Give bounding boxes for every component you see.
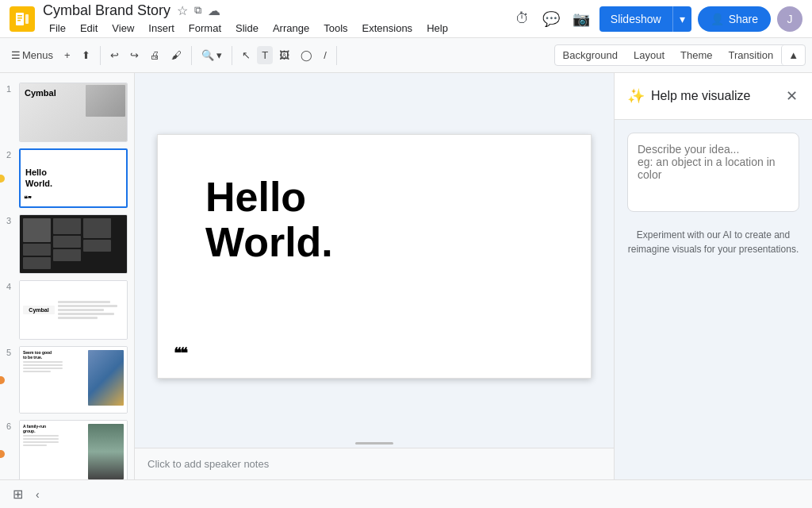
slide3-block8 (83, 240, 111, 252)
slide4-logo: Cymbal (23, 306, 55, 314)
menu-slide[interactable]: Slide (229, 21, 265, 36)
slide4-text-lines (58, 301, 124, 319)
menu-extensions[interactable]: Extensions (356, 21, 419, 36)
slideshow-dropdown-icon[interactable]: ▾ (672, 6, 691, 32)
slide-img-6[interactable]: A family-rungroup. (19, 420, 128, 479)
collapse-toolbar-button[interactable]: ▲ (781, 45, 805, 65)
divider-2 (191, 46, 192, 65)
slide3-block6 (53, 249, 81, 261)
star-icon[interactable]: ☆ (177, 3, 188, 18)
visualize-input[interactable] (627, 133, 799, 212)
slide4-line1 (58, 301, 110, 303)
redo-button[interactable]: ↪ (125, 46, 144, 64)
history-detail-icon[interactable]: ⧉ (194, 4, 201, 17)
slide5-text: Seem too goodto be true. (23, 350, 86, 372)
slide-canvas[interactable]: Hello World. ❝❝ (157, 134, 592, 379)
slide-thumb-3[interactable]: 3 (0, 211, 134, 277)
slide6-line3 (23, 441, 59, 443)
hello-world-heading: Hello World. (205, 175, 333, 265)
notes-placeholder[interactable]: Click to add speaker notes (147, 458, 269, 470)
notes-bar[interactable]: Click to add speaker notes (135, 448, 614, 479)
share-button[interactable]: 👤 Share (698, 6, 771, 32)
slide6-text: A family-rungroup. (23, 424, 86, 446)
slide-img-3[interactable] (19, 214, 128, 274)
svg-rect-4 (17, 20, 21, 21)
menu-edit[interactable]: Edit (74, 21, 104, 36)
divider-1 (100, 46, 101, 65)
menu-format[interactable]: Format (182, 21, 228, 36)
title-actions: ⏱ 💬 📷 Slideshow ▾ 👤 Share J (512, 6, 802, 32)
avatar[interactable]: J (777, 6, 802, 32)
slide-thumb-2[interactable]: 2 HelloWorld. ❝❞ (0, 145, 134, 211)
slide6-line4 (23, 444, 47, 446)
slideshow-button[interactable]: Slideshow ▾ (599, 6, 691, 32)
menu-bar: File Edit View Insert Format Slide Arran… (43, 21, 512, 36)
slide6-content: A family-rungroup. (20, 421, 127, 479)
slide4-content: Cymbal (20, 281, 127, 339)
comments-button[interactable]: 💬 (539, 7, 563, 31)
slide-thumb-4[interactable]: 4 Cymbal (0, 277, 134, 343)
text-box-tool[interactable]: T (257, 46, 273, 64)
menu-view[interactable]: View (105, 21, 140, 36)
slide-img-1[interactable]: Cymbal (19, 83, 128, 142)
menu-file[interactable]: File (43, 21, 72, 36)
svg-rect-2 (17, 15, 22, 17)
close-panel-button[interactable]: ✕ (784, 86, 799, 106)
transition-button[interactable]: Transition (721, 45, 782, 65)
slide-img-5[interactable]: Seem too goodto be true. (19, 346, 128, 414)
background-button[interactable]: Background (555, 45, 626, 65)
menu-insert[interactable]: Insert (142, 21, 181, 36)
cloud-icon[interactable]: ☁ (208, 3, 220, 18)
slide3-block4 (53, 218, 81, 234)
menu-help[interactable]: Help (420, 21, 454, 36)
meet-button[interactable]: 📷 (569, 7, 593, 31)
cymbal-quote-icon: ❝❝ (174, 344, 186, 362)
slide-tools: Background Layout Theme Transition ▲ (554, 44, 806, 66)
divider-3 (232, 46, 232, 65)
slide6-title: A family-rungroup. (23, 424, 86, 433)
slide5-image (88, 350, 124, 406)
cursor-tool[interactable]: ↖ (237, 46, 255, 64)
undo-button[interactable]: ↩ (105, 46, 124, 64)
share-label: Share (729, 13, 758, 25)
slide-num-5: 5 (6, 348, 19, 357)
canvas-scroll[interactable]: Hello World. ❝❝ (135, 73, 614, 439)
panel-hint: Experiment with our AI to create and rei… (627, 228, 799, 256)
title-bar: Cymbal Brand Story ☆ ⧉ ☁ File Edit View … (0, 0, 812, 38)
doc-title[interactable]: Cymbal Brand Story (43, 2, 170, 19)
slide-num-4: 4 (6, 282, 19, 291)
collapse-panel-button[interactable]: ‹ (33, 485, 43, 504)
slide-thumb-1[interactable]: 1 Cymbal (0, 79, 134, 145)
slide-img-2[interactable]: HelloWorld. ❝❞ (19, 148, 128, 208)
theme-button[interactable]: Theme (672, 45, 720, 65)
slide-num-2: 2 (6, 150, 19, 160)
panel-body: Experiment with our AI to create and rei… (615, 120, 812, 479)
print-button[interactable]: 🖨 (145, 46, 165, 64)
menus-button[interactable]: ☰ Menus (6, 46, 58, 64)
paint-format-button[interactable]: 🖌 (167, 46, 186, 64)
line-tool[interactable]: / (319, 46, 331, 64)
title-area: Cymbal Brand Story ☆ ⧉ ☁ File Edit View … (43, 2, 512, 36)
svg-rect-3 (17, 17, 22, 19)
menu-icon: ☰ (11, 49, 21, 61)
slide-thumb-6[interactable]: 6 A family-rungroup. (0, 417, 134, 479)
image-tool[interactable]: 🖼 (274, 46, 294, 64)
share-icon: 👤 (710, 13, 724, 25)
upload-button[interactable]: ⬆ (77, 46, 95, 64)
svg-rect-1 (16, 13, 24, 25)
version-history-button[interactable]: ⏱ (512, 7, 533, 30)
shapes-tool[interactable]: ◯ (296, 46, 317, 64)
slide4-line3 (58, 309, 104, 311)
slide4-line5 (58, 317, 98, 319)
slide4-line4 (58, 313, 114, 315)
slide1-image (86, 85, 125, 117)
slide-img-4[interactable]: Cymbal (19, 280, 128, 340)
grid-view-button[interactable]: ⊞ (10, 483, 26, 505)
zoom-button[interactable]: 🔍 ▾ (197, 46, 228, 64)
slide3-block2 (23, 244, 51, 256)
slide-thumb-5[interactable]: 5 Seem too goodto be true. (0, 343, 134, 417)
layout-button[interactable]: Layout (626, 45, 672, 65)
menu-arrange[interactable]: Arrange (266, 21, 316, 36)
add-slide-button[interactable]: + (59, 46, 75, 64)
menu-tools[interactable]: Tools (317, 21, 354, 36)
